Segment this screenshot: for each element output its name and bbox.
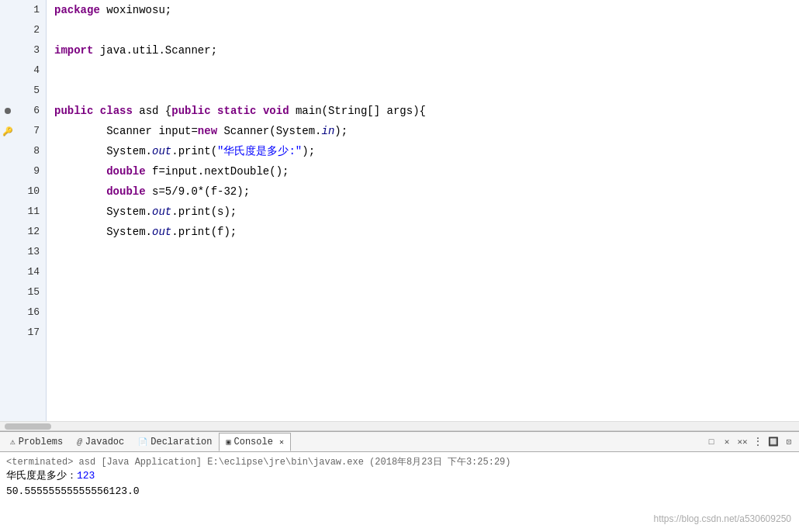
- string-literal: "华氏度是多少:": [217, 141, 302, 161]
- horizontal-scrollbar[interactable]: [0, 421, 799, 430]
- scrollbar-thumb[interactable]: [5, 423, 51, 430]
- code-line-10: double s=5/9.0*(f-32);: [54, 181, 799, 202]
- action-btn-4[interactable]: ⋮: [751, 435, 765, 449]
- action-btn-2[interactable]: ✕: [720, 435, 734, 449]
- tab-problems-label: Problems: [19, 437, 64, 447]
- gutter-cell-2: [0, 20, 16, 40]
- javadoc-icon: @: [77, 437, 82, 447]
- output-text-2: 50.55555555555556123.0: [6, 485, 140, 497]
- code-line-4: [54, 60, 799, 81]
- code-lines[interactable]: package woxinwosu; import java.util.Scan…: [47, 0, 799, 421]
- gutter-cell-9: [0, 161, 16, 181]
- line-num-3: 3: [16, 40, 40, 60]
- code-line-15: [54, 282, 799, 302]
- code-text: [54, 181, 106, 202]
- keyword-public: public: [54, 101, 93, 121]
- keyword-double2: double: [106, 181, 145, 202]
- code-line-13: [54, 242, 799, 262]
- line-num-16: 16: [16, 302, 40, 323]
- action-btn-5[interactable]: 🔲: [766, 435, 780, 449]
- code-text: [54, 161, 106, 181]
- gutter-cell-10: [0, 181, 16, 202]
- line-num-6: 6: [16, 101, 40, 121]
- code-text: [93, 101, 99, 121]
- code-in: in: [321, 121, 334, 141]
- code-line-16: [54, 302, 799, 323]
- code-text: System.: [54, 141, 152, 161]
- code-text: Scanner(System.: [217, 121, 321, 141]
- tab-problems[interactable]: ⚠ Problems: [3, 433, 70, 451]
- keyword-import: import: [54, 40, 93, 60]
- code-line-12: System. out .print(f);: [54, 222, 799, 242]
- console-terminated-line: <terminated> asd [Java Application] E:\e…: [6, 455, 793, 468]
- console-output-2: 50.55555555555556123.0: [6, 484, 793, 499]
- line-num-4: 4: [16, 60, 40, 81]
- code-line-9: double f=input.nextDouble();: [54, 161, 799, 181]
- code-text: .print(: [171, 141, 217, 161]
- code-text: main(String[] args){: [289, 101, 426, 121]
- gutter-cell-17: [0, 323, 16, 343]
- output-highlight: 123: [77, 470, 95, 482]
- code-text: Scanner input=: [54, 121, 198, 141]
- code-line-14: [54, 262, 799, 282]
- declaration-icon: 📄: [138, 437, 147, 447]
- gutter-cell-13: [0, 242, 16, 262]
- gutter-cell-5: [0, 81, 16, 101]
- line-numbers: 1 2 3 4 5 6 7 8 9 10 11 12 13 14 15 16 1…: [16, 0, 47, 421]
- tab-declaration[interactable]: 📄 Declaration: [131, 433, 219, 451]
- left-gutter: 🔑: [0, 0, 16, 421]
- tab-console-label: Console: [234, 437, 273, 447]
- code-line-3: import java.util.Scanner;: [54, 40, 799, 60]
- console-content: <terminated> asd [Java Application] E:\e…: [0, 452, 799, 532]
- gutter-cell-1: [0, 0, 16, 20]
- tab-actions: □ ✕ ✕✕ ⋮ 🔲 ⊡: [704, 435, 796, 449]
- code-line-7: Scanner input= new Scanner(System. in );: [54, 121, 799, 141]
- code-text: asd {: [133, 101, 171, 121]
- tab-bar: ⚠ Problems @ Javadoc 📄 Declaration ▣ Con…: [0, 432, 799, 452]
- gutter-cell-3: [0, 40, 16, 60]
- line-num-13: 13: [16, 242, 40, 262]
- code-line-11: System. out .print(s);: [54, 202, 799, 222]
- code-text: System.: [54, 202, 152, 222]
- line-num-9: 9: [16, 161, 40, 181]
- code-line-17: [54, 323, 799, 343]
- line-num-8: 8: [16, 141, 40, 161]
- keyword-class: class: [100, 101, 133, 121]
- gutter-cell-15: [0, 282, 16, 302]
- tab-javadoc[interactable]: @ Javadoc: [70, 433, 131, 451]
- problems-icon: ⚠: [10, 437, 16, 447]
- gutter-cell-14: [0, 262, 16, 282]
- code-text: java.util.Scanner;: [93, 40, 217, 60]
- code-text: .print(s);: [171, 202, 237, 222]
- code-text: s=5/9.0*(f-32);: [146, 181, 250, 202]
- gutter-cell-4: [0, 60, 16, 81]
- gutter-cell-12: [0, 222, 16, 242]
- console-close-icon[interactable]: ✕: [279, 437, 284, 447]
- code-text: .print(f);: [171, 222, 237, 242]
- keyword-public2: public: [171, 101, 210, 121]
- code-text: f=input.nextDouble();: [146, 161, 289, 181]
- watermark: https://blog.csdn.net/a530609250: [654, 513, 791, 524]
- code-text: woxinwosu;: [100, 0, 171, 20]
- line-num-10: 10: [16, 181, 40, 202]
- line-num-17: 17: [16, 323, 40, 343]
- gutter-cell-8: [0, 141, 16, 161]
- key-icon: 🔑: [2, 126, 13, 136]
- code-line-5: [54, 81, 799, 101]
- tab-console[interactable]: ▣ Console ✕: [219, 433, 290, 451]
- gutter-cell-16: [0, 302, 16, 323]
- keyword-static: static: [217, 101, 256, 121]
- code-out2: out: [152, 202, 171, 222]
- line-num-7: 7: [16, 121, 40, 141]
- action-btn-6[interactable]: ⊡: [782, 435, 796, 449]
- action-btn-3[interactable]: ✕✕: [735, 435, 749, 449]
- editor-area: 🔑 1 2 3 4 5 6 7 8 9 10 11 12: [0, 0, 799, 431]
- code-out3: out: [152, 222, 171, 242]
- code-out1: out: [152, 141, 171, 161]
- code-line-1: package woxinwosu;: [54, 0, 799, 20]
- line-num-5: 5: [16, 81, 40, 101]
- gutter-cell-11: [0, 202, 16, 222]
- line-num-12: 12: [16, 222, 40, 242]
- action-btn-1[interactable]: □: [704, 435, 718, 449]
- tab-declaration-label: Declaration: [150, 437, 212, 447]
